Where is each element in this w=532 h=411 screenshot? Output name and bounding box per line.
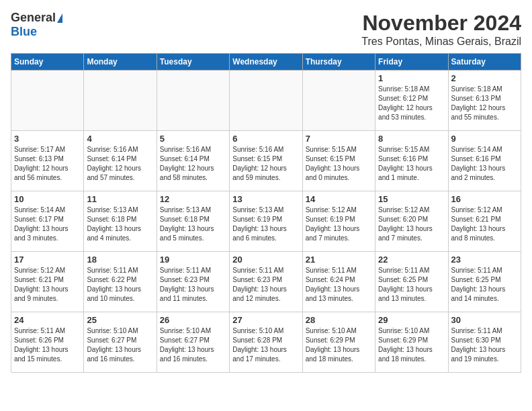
calendar-cell: 20Sunrise: 5:11 AM Sunset: 6:23 PM Dayli… <box>230 252 302 312</box>
day-info: Sunrise: 5:11 AM Sunset: 6:22 PM Dayligh… <box>87 266 153 304</box>
weekday-header-row: SundayMondayTuesdayWednesdayThursdayFrid… <box>11 54 521 71</box>
calendar-cell: 14Sunrise: 5:12 AM Sunset: 6:19 PM Dayli… <box>302 191 375 252</box>
day-number: 6 <box>232 134 299 144</box>
day-info: Sunrise: 5:12 AM Sunset: 6:21 PM Dayligh… <box>451 205 518 243</box>
calendar-cell: 6Sunrise: 5:16 AM Sunset: 6:15 PM Daylig… <box>230 131 302 191</box>
calendar-cell: 15Sunrise: 5:12 AM Sunset: 6:20 PM Dayli… <box>375 191 448 252</box>
logo: General Blue <box>11 11 62 39</box>
calendar-cell: 22Sunrise: 5:11 AM Sunset: 6:25 PM Dayli… <box>375 252 448 312</box>
calendar-cell: 26Sunrise: 5:10 AM Sunset: 6:27 PM Dayli… <box>157 312 229 373</box>
day-info: Sunrise: 5:10 AM Sunset: 6:29 PM Dayligh… <box>306 326 372 364</box>
calendar-cell <box>230 71 302 131</box>
logo-blue-text: Blue <box>11 25 37 39</box>
week-row-1: 1Sunrise: 5:18 AM Sunset: 6:12 PM Daylig… <box>11 71 521 131</box>
day-number: 29 <box>378 315 445 325</box>
day-info: Sunrise: 5:13 AM Sunset: 6:18 PM Dayligh… <box>87 205 153 243</box>
day-info: Sunrise: 5:10 AM Sunset: 6:29 PM Dayligh… <box>378 326 445 364</box>
calendar-cell: 2Sunrise: 5:18 AM Sunset: 6:13 PM Daylig… <box>448 71 521 131</box>
day-info: Sunrise: 5:16 AM Sunset: 6:15 PM Dayligh… <box>232 145 299 183</box>
day-number: 21 <box>306 255 372 265</box>
calendar-cell: 16Sunrise: 5:12 AM Sunset: 6:21 PM Dayli… <box>448 191 521 252</box>
day-info: Sunrise: 5:11 AM Sunset: 6:25 PM Dayligh… <box>378 266 445 304</box>
day-info: Sunrise: 5:11 AM Sunset: 6:30 PM Dayligh… <box>451 326 518 364</box>
calendar-cell: 13Sunrise: 5:13 AM Sunset: 6:19 PM Dayli… <box>230 191 302 252</box>
calendar-cell: 11Sunrise: 5:13 AM Sunset: 6:18 PM Dayli… <box>84 191 157 252</box>
calendar-cell: 23Sunrise: 5:11 AM Sunset: 6:25 PM Dayli… <box>448 252 521 312</box>
day-number: 19 <box>160 255 226 265</box>
day-number: 5 <box>160 134 226 144</box>
calendar-cell: 29Sunrise: 5:10 AM Sunset: 6:29 PM Dayli… <box>375 312 448 373</box>
day-info: Sunrise: 5:12 AM Sunset: 6:21 PM Dayligh… <box>14 266 81 304</box>
day-number: 4 <box>87 134 153 144</box>
week-row-5: 24Sunrise: 5:11 AM Sunset: 6:26 PM Dayli… <box>11 312 521 373</box>
weekday-header-thursday: Thursday <box>302 54 375 71</box>
day-number: 10 <box>14 194 81 204</box>
calendar-cell: 28Sunrise: 5:10 AM Sunset: 6:29 PM Dayli… <box>302 312 375 373</box>
day-info: Sunrise: 5:11 AM Sunset: 6:24 PM Dayligh… <box>306 266 372 304</box>
calendar-cell: 27Sunrise: 5:10 AM Sunset: 6:28 PM Dayli… <box>230 312 302 373</box>
day-info: Sunrise: 5:12 AM Sunset: 6:19 PM Dayligh… <box>306 205 372 243</box>
weekday-header-saturday: Saturday <box>448 54 521 71</box>
week-row-3: 10Sunrise: 5:14 AM Sunset: 6:17 PM Dayli… <box>11 191 521 252</box>
day-info: Sunrise: 5:11 AM Sunset: 6:23 PM Dayligh… <box>160 266 226 304</box>
day-info: Sunrise: 5:17 AM Sunset: 6:13 PM Dayligh… <box>14 145 81 183</box>
weekday-header-tuesday: Tuesday <box>157 54 229 71</box>
month-title: November 2024 <box>361 11 521 36</box>
day-number: 26 <box>160 315 226 325</box>
calendar-cell: 30Sunrise: 5:11 AM Sunset: 6:30 PM Dayli… <box>448 312 521 373</box>
calendar-cell: 25Sunrise: 5:10 AM Sunset: 6:27 PM Dayli… <box>84 312 157 373</box>
day-number: 2 <box>451 73 518 83</box>
calendar-cell <box>302 71 375 131</box>
header: General Blue November 2024 Tres Pontas, … <box>11 11 521 48</box>
day-info: Sunrise: 5:18 AM Sunset: 6:12 PM Dayligh… <box>378 85 445 122</box>
day-number: 3 <box>14 134 81 144</box>
day-number: 18 <box>87 255 153 265</box>
day-info: Sunrise: 5:16 AM Sunset: 6:14 PM Dayligh… <box>160 145 226 183</box>
day-number: 27 <box>232 315 299 325</box>
day-number: 17 <box>14 255 81 265</box>
day-info: Sunrise: 5:10 AM Sunset: 6:28 PM Dayligh… <box>232 326 299 364</box>
day-info: Sunrise: 5:10 AM Sunset: 6:27 PM Dayligh… <box>87 326 153 364</box>
title-area: November 2024 Tres Pontas, Minas Gerais,… <box>361 11 521 48</box>
weekday-header-wednesday: Wednesday <box>230 54 302 71</box>
logo-general-text: General <box>11 11 56 25</box>
calendar-cell: 19Sunrise: 5:11 AM Sunset: 6:23 PM Dayli… <box>157 252 229 312</box>
day-number: 30 <box>451 315 518 325</box>
calendar-cell: 21Sunrise: 5:11 AM Sunset: 6:24 PM Dayli… <box>302 252 375 312</box>
calendar-cell: 12Sunrise: 5:13 AM Sunset: 6:18 PM Dayli… <box>157 191 229 252</box>
calendar-cell: 5Sunrise: 5:16 AM Sunset: 6:14 PM Daylig… <box>157 131 229 191</box>
calendar-cell: 7Sunrise: 5:15 AM Sunset: 6:15 PM Daylig… <box>302 131 375 191</box>
day-number: 8 <box>378 134 445 144</box>
day-info: Sunrise: 5:12 AM Sunset: 6:20 PM Dayligh… <box>378 205 445 243</box>
day-number: 28 <box>306 315 372 325</box>
day-info: Sunrise: 5:18 AM Sunset: 6:13 PM Dayligh… <box>451 85 518 122</box>
day-number: 25 <box>87 315 153 325</box>
day-number: 23 <box>451 255 518 265</box>
calendar-cell: 10Sunrise: 5:14 AM Sunset: 6:17 PM Dayli… <box>11 191 84 252</box>
day-info: Sunrise: 5:14 AM Sunset: 6:17 PM Dayligh… <box>14 205 81 243</box>
weekday-header-sunday: Sunday <box>11 54 84 71</box>
logo-triangle-icon <box>57 13 62 23</box>
day-number: 20 <box>232 255 299 265</box>
day-info: Sunrise: 5:15 AM Sunset: 6:15 PM Dayligh… <box>306 145 372 183</box>
day-info: Sunrise: 5:14 AM Sunset: 6:16 PM Dayligh… <box>451 145 518 183</box>
day-number: 14 <box>306 194 372 204</box>
day-number: 16 <box>451 194 518 204</box>
day-number: 24 <box>14 315 81 325</box>
day-info: Sunrise: 5:11 AM Sunset: 6:25 PM Dayligh… <box>451 266 518 304</box>
week-row-4: 17Sunrise: 5:12 AM Sunset: 6:21 PM Dayli… <box>11 252 521 312</box>
calendar-cell: 9Sunrise: 5:14 AM Sunset: 6:16 PM Daylig… <box>448 131 521 191</box>
calendar-cell: 18Sunrise: 5:11 AM Sunset: 6:22 PM Dayli… <box>84 252 157 312</box>
calendar-cell: 3Sunrise: 5:17 AM Sunset: 6:13 PM Daylig… <box>11 131 84 191</box>
calendar-cell: 1Sunrise: 5:18 AM Sunset: 6:12 PM Daylig… <box>375 71 448 131</box>
day-number: 11 <box>87 194 153 204</box>
day-info: Sunrise: 5:13 AM Sunset: 6:18 PM Dayligh… <box>160 205 226 243</box>
day-number: 13 <box>232 194 299 204</box>
calendar-cell <box>157 71 229 131</box>
day-number: 1 <box>378 73 445 83</box>
calendar-cell <box>11 71 84 131</box>
calendar-table: SundayMondayTuesdayWednesdayThursdayFrid… <box>11 53 521 373</box>
day-info: Sunrise: 5:10 AM Sunset: 6:27 PM Dayligh… <box>160 326 226 364</box>
calendar-cell: 24Sunrise: 5:11 AM Sunset: 6:26 PM Dayli… <box>11 312 84 373</box>
day-info: Sunrise: 5:11 AM Sunset: 6:23 PM Dayligh… <box>232 266 299 304</box>
